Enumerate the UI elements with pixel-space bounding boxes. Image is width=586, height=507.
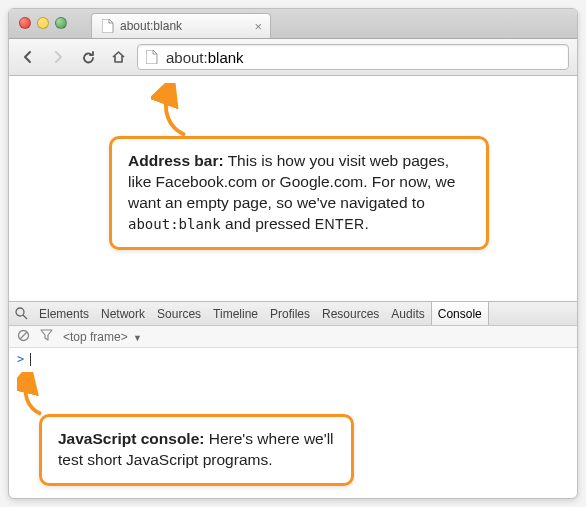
clear-console-icon[interactable] xyxy=(17,329,30,345)
devtools-tabs: Elements Network Sources Timeline Profil… xyxy=(9,302,577,326)
tab-audits[interactable]: Audits xyxy=(385,302,430,325)
close-tab-icon[interactable]: × xyxy=(254,19,262,34)
address-page: blank xyxy=(208,49,244,66)
svg-point-0 xyxy=(16,308,24,316)
address-text: about:blank xyxy=(166,49,244,66)
svg-line-1 xyxy=(23,315,27,319)
frame-label: <top frame> xyxy=(63,330,128,344)
file-icon xyxy=(102,19,114,33)
filter-icon[interactable] xyxy=(40,329,53,344)
tab-elements[interactable]: Elements xyxy=(33,302,95,325)
home-button[interactable] xyxy=(107,46,129,68)
tab-title: about:blank xyxy=(120,19,182,33)
search-icon[interactable] xyxy=(9,307,33,320)
callout-key: ENTER xyxy=(315,216,365,232)
chevron-down-icon: ▼ xyxy=(133,333,142,343)
frame-selector[interactable]: <top frame> ▼ xyxy=(63,330,142,344)
tab-sources[interactable]: Sources xyxy=(151,302,207,325)
page-content: Address bar: This is how you visit web p… xyxy=(9,76,577,301)
back-button[interactable] xyxy=(17,46,39,68)
callout-code: about:blank xyxy=(128,216,221,232)
file-icon xyxy=(146,50,158,64)
console-prompt: > xyxy=(17,352,24,366)
callout-text: . xyxy=(365,215,369,232)
address-prefix: about: xyxy=(166,49,208,66)
callout-text: and pressed xyxy=(221,215,315,232)
arrow-icon xyxy=(151,83,201,141)
svg-line-3 xyxy=(20,332,27,339)
tab-console[interactable]: Console xyxy=(431,302,489,325)
toolbar: about:blank xyxy=(9,39,577,76)
callout-address-bar: Address bar: This is how you visit web p… xyxy=(109,136,489,250)
address-bar[interactable]: about:blank xyxy=(137,44,569,70)
text-cursor xyxy=(30,353,31,366)
minimize-window-button[interactable] xyxy=(37,17,49,29)
tab-timeline[interactable]: Timeline xyxy=(207,302,264,325)
close-window-button[interactable] xyxy=(19,17,31,29)
callout-title: JavaScript console: xyxy=(58,430,204,447)
callout-title: Address bar: xyxy=(128,152,224,169)
tab-resources[interactable]: Resources xyxy=(316,302,385,325)
callout-console: JavaScript console: Here's where we'll t… xyxy=(39,414,354,486)
browser-window: about:blank × about:blank xyxy=(8,8,578,499)
forward-button[interactable] xyxy=(47,46,69,68)
console-toolbar: <top frame> ▼ xyxy=(9,326,577,348)
tab-strip: about:blank × xyxy=(9,9,577,39)
tab-profiles[interactable]: Profiles xyxy=(264,302,316,325)
zoom-window-button[interactable] xyxy=(55,17,67,29)
tab-network[interactable]: Network xyxy=(95,302,151,325)
window-controls xyxy=(9,9,77,29)
reload-button[interactable] xyxy=(77,46,99,68)
browser-tab[interactable]: about:blank × xyxy=(91,13,271,38)
